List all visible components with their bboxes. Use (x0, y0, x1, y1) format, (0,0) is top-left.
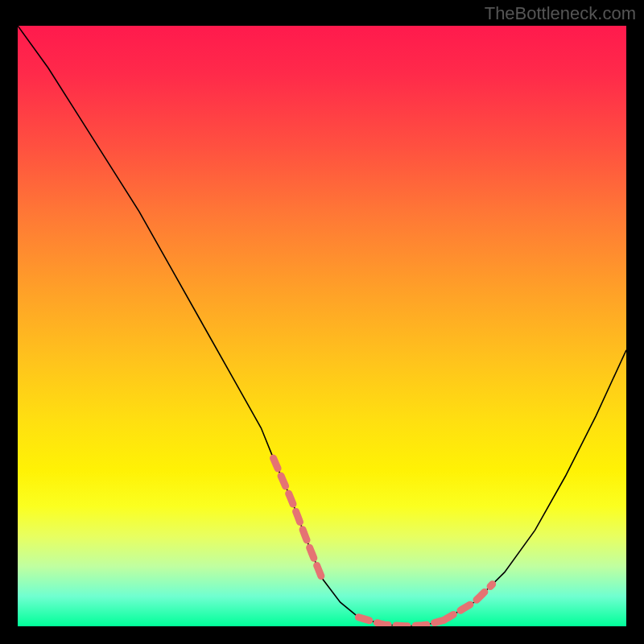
bottleneck-curve (18, 26, 626, 626)
highlight-dots-floor (358, 617, 444, 626)
plot-area (18, 26, 626, 626)
chart-svg (18, 26, 626, 626)
watermark-text: TheBottleneck.com (485, 3, 636, 24)
highlight-dots-left (274, 458, 323, 578)
highlight-dots-right (444, 584, 493, 621)
